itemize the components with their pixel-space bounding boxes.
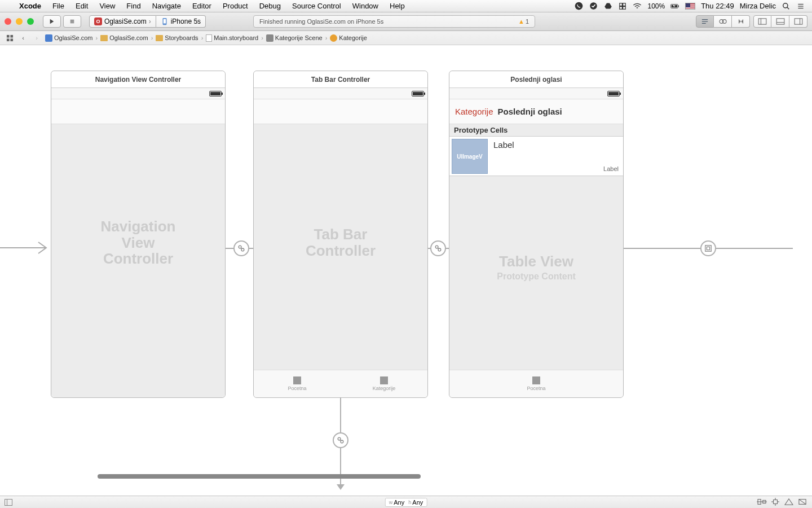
warning-icon: ▲ (518, 18, 524, 25)
menu-view[interactable]: View (94, 2, 121, 10)
align-button[interactable] (757, 498, 767, 507)
segue-relationship[interactable] (430, 240, 446, 256)
scene-title: Navigation View Controller (51, 71, 225, 88)
project-icon (45, 34, 52, 42)
stop-button[interactable] (63, 15, 81, 28)
svg-point-9 (783, 3, 788, 7)
menu-edit[interactable]: Edit (70, 2, 94, 10)
resizing-button[interactable] (797, 498, 807, 507)
scheme-app-icon: O (94, 17, 102, 25)
pin-button[interactable] (770, 498, 780, 507)
forward-button[interactable]: › (30, 33, 43, 43)
svg-line-10 (787, 7, 789, 9)
toggle-debug-area-button[interactable] (771, 15, 789, 28)
menu-navigate[interactable]: Navigate (147, 2, 187, 10)
toggle-navigator-button[interactable] (753, 15, 771, 28)
jumpbar-file[interactable]: Main.storyboard (205, 34, 259, 42)
storyboard-canvas[interactable]: Navigation View Controller Navigation Vi… (0, 45, 812, 496)
svg-line-36 (241, 248, 242, 249)
scheme-device-label: iPhone 5s (171, 17, 201, 25)
segue-root[interactable] (233, 240, 249, 256)
app-menu[interactable]: Xcode (14, 2, 47, 10)
version-editor-button[interactable] (732, 15, 750, 28)
activity-text: Finished running OglasiSe.com on iPhone … (259, 18, 383, 25)
scene-tab-bar-controller[interactable]: Tab Bar Controller Tab Bar Controller Po… (253, 71, 428, 398)
svg-rect-14 (70, 20, 74, 24)
viber-icon[interactable] (574, 2, 583, 11)
prototype-cell[interactable]: UIImageV Label Label (449, 137, 623, 176)
editor-bottom-bar: wAny hAny (0, 496, 812, 508)
zoom-window-button[interactable] (27, 18, 34, 25)
drive-icon[interactable] (603, 2, 612, 11)
spotlight-icon[interactable] (782, 2, 791, 11)
folder-icon (100, 35, 108, 41)
standard-editor-button[interactable] (696, 15, 714, 28)
input-flag-icon[interactable] (685, 3, 695, 10)
segue-embed[interactable] (700, 240, 716, 256)
device-icon (161, 17, 169, 25)
close-window-button[interactable] (5, 18, 11, 25)
horizontal-scrollbar[interactable] (98, 474, 421, 479)
folder-icon (156, 35, 163, 41)
initial-controller-arrow (0, 239, 51, 256)
tab-icon (380, 376, 388, 384)
svg-rect-50 (774, 500, 778, 503)
storyboard-file-icon (206, 34, 212, 42)
size-class-control[interactable]: wAny hAny (385, 498, 427, 507)
jumpbar-group[interactable]: OglasiSe.com (99, 34, 149, 41)
sim-nav-bar: Kategorije Poslednji oglasi (449, 99, 623, 124)
jumpbar-object[interactable]: Kategorije (329, 34, 368, 42)
menu-find[interactable]: Find (121, 2, 146, 10)
svg-rect-29 (10, 34, 13, 37)
svg-rect-30 (6, 38, 9, 41)
scheme-selector[interactable]: O OglasiSe.com › iPhone 5s (89, 15, 206, 28)
svg-line-46 (340, 440, 341, 441)
status-icon[interactable] (589, 2, 598, 11)
menu-file[interactable]: File (47, 2, 70, 10)
scene-table-view[interactable]: Poslednji oglasi Kategorije Poslednji og… (449, 71, 624, 398)
document-outline-toggle[interactable] (5, 499, 12, 506)
jumpbar-project[interactable]: OglasiSe.com (44, 34, 94, 42)
menu-debug[interactable]: Debug (254, 2, 286, 10)
menu-editor[interactable]: Editor (187, 2, 217, 10)
svg-rect-43 (707, 247, 709, 249)
nav-back-button[interactable]: Kategorije (455, 107, 493, 116)
related-items-button[interactable] (3, 33, 16, 43)
sync-icon[interactable] (618, 2, 627, 11)
resolve-issues-button[interactable] (784, 498, 794, 507)
tab-item-kategorije: Kategorije (341, 370, 427, 397)
menu-help[interactable]: Help (384, 2, 411, 10)
menubar-clock[interactable]: Thu 22:49 (701, 2, 734, 10)
scene-navigation-controller[interactable]: Navigation View Controller Navigation Vi… (51, 71, 226, 398)
back-button[interactable]: ‹ (17, 33, 29, 43)
svg-rect-22 (758, 19, 766, 24)
notification-center-icon[interactable] (796, 2, 805, 11)
battery-icon (412, 91, 424, 97)
warning-indicator[interactable]: ▲ 1 (518, 18, 529, 25)
jumpbar-storyboards[interactable]: Storyboards (155, 34, 199, 41)
svg-rect-42 (705, 246, 712, 252)
tab-item-pocetna: Pocetna (254, 370, 341, 397)
battery-icon (670, 2, 679, 11)
menubar-user[interactable]: Mirza Delic (740, 2, 776, 10)
menu-source-control[interactable]: Source Control (286, 2, 347, 10)
toggle-utilities-button[interactable] (789, 15, 807, 28)
menu-product[interactable]: Product (217, 2, 254, 10)
svg-rect-2 (620, 3, 623, 6)
table-placeholder: Table View Prototype Content (497, 253, 576, 282)
jump-bar: ‹ › OglasiSe.com › OglasiSe.com › Storyb… (0, 31, 812, 45)
svg-rect-28 (6, 34, 9, 37)
run-button[interactable] (43, 15, 61, 28)
assistant-editor-button[interactable] (714, 15, 732, 28)
sim-tab-bar: Pocetna Kategorije (254, 370, 427, 397)
segue-relationship-down[interactable] (333, 432, 348, 448)
macos-menubar: Xcode File Edit View Find Navigate Edito… (0, 0, 812, 12)
tab-icon (293, 376, 301, 384)
jumpbar-scene[interactable]: Kategorije Scene (265, 34, 324, 42)
prototype-cells-header: Prototype Cells (449, 124, 623, 137)
minimize-window-button[interactable] (16, 18, 23, 25)
menu-window[interactable]: Window (347, 2, 384, 10)
sim-status-bar (449, 88, 623, 99)
wifi-icon[interactable] (633, 2, 642, 11)
sim-status-bar (51, 88, 225, 99)
